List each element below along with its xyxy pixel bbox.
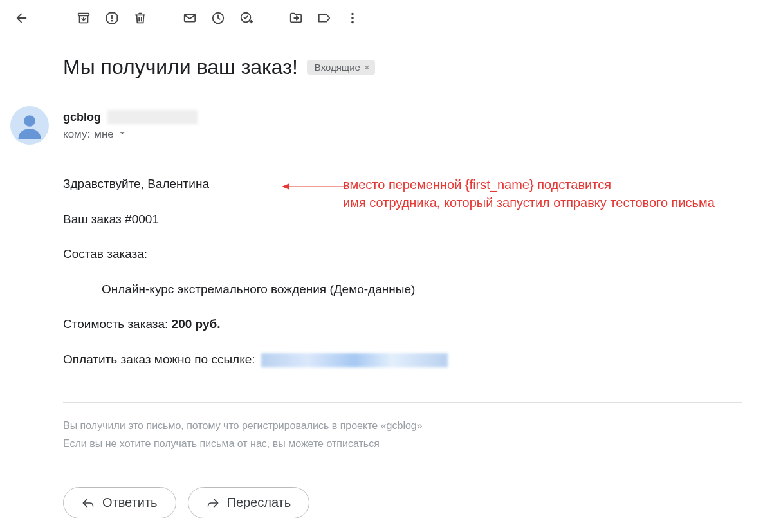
annotation-arrow-icon	[282, 177, 346, 196]
subject-row: Мы получили ваш заказ! Входящие ×	[63, 55, 772, 79]
archive-button[interactable]	[71, 5, 96, 31]
chip-label: Входящие	[315, 62, 360, 73]
label-button[interactable]	[311, 5, 337, 31]
email-subject: Мы получили ваш заказ!	[63, 55, 298, 79]
email-header: gcblog кому: мне	[63, 110, 772, 141]
svg-point-11	[351, 13, 354, 15]
avatar	[10, 106, 49, 145]
recipient-prefix: кому:	[63, 128, 90, 141]
mark-unread-button[interactable]	[177, 5, 203, 31]
action-buttons: Ответить Переслать	[63, 487, 772, 518]
email-toolbar	[0, 0, 772, 36]
unsubscribe-link[interactable]: отписаться	[326, 438, 379, 449]
email-footer-lines: Вы получили это письмо, потому что регис…	[63, 417, 772, 454]
recipient-value: мне	[94, 128, 114, 141]
body-item: Онлайн-курс экстремального вождения (Дем…	[63, 281, 772, 298]
sender-name: gcblog	[63, 111, 101, 124]
svg-point-3	[112, 21, 113, 21]
spam-button[interactable]	[99, 5, 125, 31]
body-pay-line: Оплатить заказ можно по ссылке:	[63, 351, 772, 369]
email-content: Мы получили ваш заказ! Входящие × gcblog…	[0, 36, 772, 518]
forward-label: Переслать	[227, 495, 291, 510]
move-to-button[interactable]	[283, 5, 309, 31]
toolbar-separator	[165, 10, 165, 26]
chevron-down-icon[interactable]	[118, 128, 127, 141]
more-button[interactable]	[340, 5, 365, 31]
footer-line1: Вы получили это письмо, потому что регис…	[63, 417, 772, 436]
delete-button[interactable]	[127, 5, 153, 31]
body-items-label: Состав заказа:	[63, 246, 772, 263]
forward-button[interactable]: Переслать	[188, 487, 310, 518]
body-order-line: Ваш заказ #0001	[63, 211, 772, 228]
footer-line2: Если вы не хотите получать письма от нас…	[63, 435, 772, 454]
body-divider	[63, 402, 742, 403]
toolbar-separator	[271, 10, 271, 26]
svg-point-14	[24, 115, 35, 127]
recipient-row[interactable]: кому: мне	[63, 128, 772, 141]
svg-point-12	[351, 17, 354, 19]
svg-marker-16	[282, 183, 290, 190]
reply-label: Ответить	[102, 495, 158, 510]
sender-row: gcblog	[63, 110, 772, 124]
reply-button[interactable]: Ответить	[63, 487, 176, 518]
sender-email-redacted	[107, 110, 198, 124]
pay-link-redacted	[261, 353, 448, 367]
annotation-text: вместо переменной {first_name} подставит…	[343, 176, 772, 212]
email-body: вместо переменной {first_name} подставит…	[63, 176, 772, 518]
add-task-button[interactable]	[234, 5, 259, 31]
body-price: Стоимость заказа: 200 руб.	[63, 316, 772, 333]
snooze-button[interactable]	[205, 5, 231, 31]
back-button[interactable]	[9, 5, 35, 31]
svg-point-13	[351, 21, 354, 24]
chip-remove-icon[interactable]: ×	[364, 62, 370, 73]
label-chip[interactable]: Входящие ×	[307, 60, 375, 75]
